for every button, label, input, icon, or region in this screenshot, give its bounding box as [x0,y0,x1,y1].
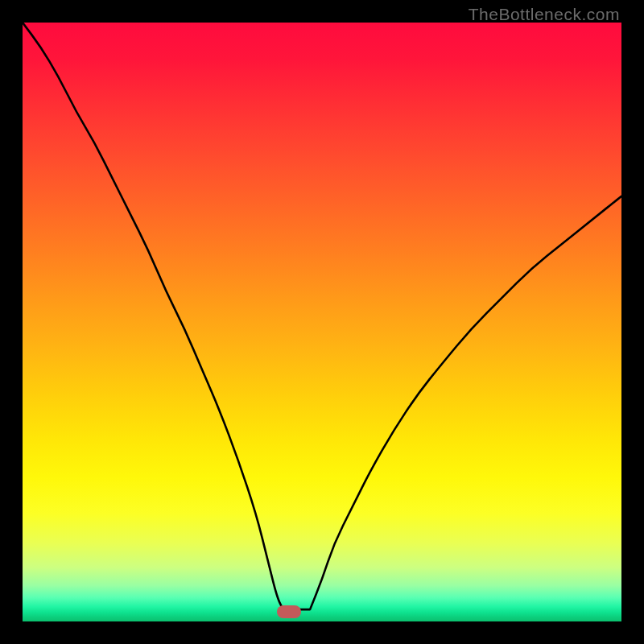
optimal-marker [277,605,301,618]
bottleneck-curve [23,23,621,621]
plot-area [23,23,621,621]
chart-frame: TheBottleneck.com [0,0,644,644]
watermark-text: TheBottleneck.com [469,5,620,24]
